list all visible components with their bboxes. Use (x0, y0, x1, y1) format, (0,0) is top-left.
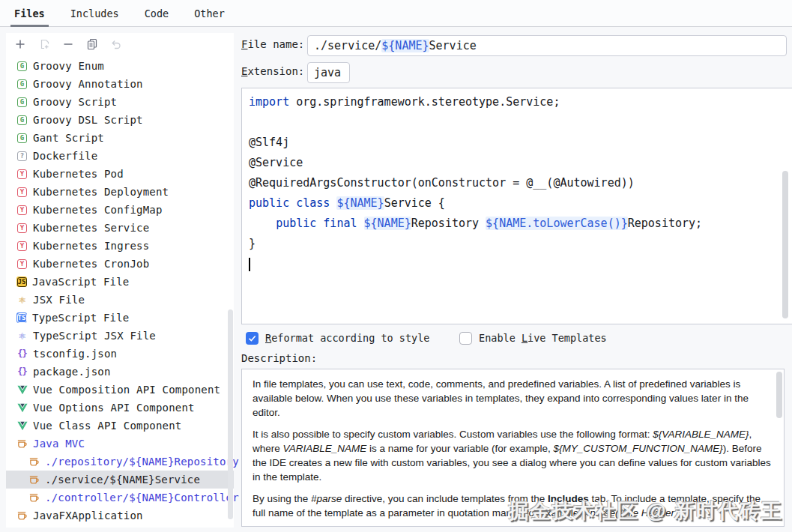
template-code-editor[interactable]: import org.springframework.stereotype.Se… (241, 88, 792, 324)
template-item-groovy-script[interactable]: GGroovy Script (6, 93, 234, 111)
description-panel: In file templates, you can use text, cod… (241, 369, 785, 527)
template-item-vue-class-api-component[interactable]: Vue Class API Component (6, 417, 234, 435)
reformat-according-to-style-checkbox[interactable]: Reformat according to style (246, 330, 429, 345)
template-item-groovy-enum[interactable]: GGroovy Enum (6, 57, 234, 75)
template-item-label: Groovy Script (33, 96, 117, 108)
react-blue-file-icon: ⚛ (16, 330, 28, 342)
template-item-kubernetes-cronjob[interactable]: YKubernetes CronJob (6, 255, 234, 273)
checkbox-label: Reformat according to style (265, 332, 429, 344)
template-item-typescript-jsx-file[interactable]: ⚛TypeScript JSX File (6, 327, 234, 345)
template-item-vue-composition-api-component[interactable]: Vue Composition API Component (6, 381, 234, 399)
template-item-label: Kubernetes CronJob (33, 258, 149, 270)
groovy-file-icon: G (16, 97, 28, 108)
template-item-service-name-service[interactable]: ./service/${NAME}Service (6, 471, 234, 489)
checkbox-unchecked (459, 332, 472, 345)
template-item-label: Vue Composition API Component (33, 384, 220, 396)
template-item-jsx-file[interactable]: ⚛JSX File (6, 291, 234, 309)
template-item-kubernetes-deployment[interactable]: YKubernetes Deployment (6, 183, 234, 201)
template-item-label: ./service/${NAME}Service (45, 474, 200, 486)
template-item-label: tsconfig.json (33, 348, 117, 360)
template-item-groovy-annotation[interactable]: GGroovy Annotation (6, 75, 234, 93)
duplicate-template-button[interactable] (85, 37, 99, 51)
tab-other[interactable]: Other (190, 0, 229, 27)
template-item-typescript-file[interactable]: TSTypeScript File (6, 309, 234, 327)
react-orange-file-icon: ⚛ (16, 294, 28, 306)
template-item-label: Java MVC (33, 438, 85, 450)
template-item-label: Groovy DSL Script (33, 114, 143, 126)
template-item-label: Kubernetes Ingress (33, 240, 149, 252)
editor-line: public class ${NAME}Service { (249, 193, 792, 214)
template-item-label: Kubernetes Service (33, 222, 149, 234)
groovy-file-icon: G (16, 115, 28, 126)
typescript-file-icon: TS (16, 312, 27, 323)
vue-file-icon (16, 384, 28, 396)
description-paragraph: It is also possible to specify custom va… (253, 427, 773, 484)
template-list: GGroovy EnumGGroovy AnnotationGGroovy Sc… (6, 55, 234, 525)
template-item-label: JavaScript File (32, 276, 129, 288)
template-item-package-json[interactable]: {}package.json (6, 363, 234, 381)
template-item-dockerfile[interactable]: ?Dockerfile (6, 147, 234, 165)
description-scrollbar[interactable] (776, 372, 782, 418)
yaml-file-icon: Y (16, 187, 28, 198)
extension-input[interactable]: java (307, 62, 350, 83)
groovy-file-icon: G (16, 133, 28, 144)
java-file-icon (28, 492, 40, 504)
editor-line: @Service (249, 153, 792, 173)
tab-code[interactable]: Code (141, 0, 173, 27)
yaml-file-icon: Y (16, 169, 28, 180)
template-item-label: Kubernetes ConfigMap (33, 204, 163, 216)
java-file-icon (16, 438, 28, 450)
groovy-file-icon: G (16, 79, 28, 90)
template-item-label: Vue Options API Component (33, 402, 195, 414)
editor-line: import org.springframework.stereotype.Se… (249, 92, 792, 112)
template-item-vue-options-api-component[interactable]: Vue Options API Component (6, 399, 234, 417)
tab-files[interactable]: Files (10, 0, 49, 27)
template-list-panel: GGroovy EnumGGroovy AnnotationGGroovy Sc… (6, 33, 234, 528)
enable-live-templates-checkbox[interactable]: Enable Live Templates (459, 330, 607, 345)
template-list-scrollbar[interactable] (228, 309, 233, 519)
template-item-groovy-dsl-script[interactable]: GGroovy DSL Script (6, 111, 234, 129)
template-item-label: Gant Script (33, 132, 104, 144)
groovy-file-icon: G (16, 61, 28, 72)
template-item-kubernetes-service[interactable]: YKubernetes Service (6, 219, 234, 237)
editor-line: @Slf4j (249, 133, 792, 153)
template-item-javafxapplication[interactable]: JavaFXApplication (6, 507, 234, 525)
description-paragraph: By using the #parse directive, you can i… (253, 492, 773, 520)
text-caret (249, 258, 250, 271)
template-item-kubernetes-ingress[interactable]: YKubernetes Ingress (6, 237, 234, 255)
vue-file-icon (16, 420, 28, 432)
template-item-label: TypeScript File (32, 312, 129, 324)
template-list-toolbar (6, 33, 234, 55)
file-name-input[interactable]: ./service/${NAME}Service (307, 35, 787, 56)
template-item-kubernetes-configmap[interactable]: YKubernetes ConfigMap (6, 201, 234, 219)
template-item-label: JavaFXApplication (33, 510, 143, 522)
template-item-label: package.json (33, 366, 111, 378)
editor-scrollbar[interactable] (782, 171, 788, 318)
yaml-file-icon: Y (16, 259, 28, 270)
template-item-repository-name-repository[interactable]: ./repository/${NAME}Repository (6, 453, 234, 471)
revert-button (109, 37, 123, 51)
template-item-label: Vue Class API Component (33, 420, 181, 432)
template-category-tabs: FilesIncludesCodeOther (0, 0, 792, 27)
template-item-tsconfig-json[interactable]: {}tsconfig.json (6, 345, 234, 363)
template-item-javascript-file[interactable]: JSJavaScript File (6, 273, 234, 291)
template-item-kubernetes-pod[interactable]: YKubernetes Pod (6, 165, 234, 183)
checkbox-checked (246, 332, 259, 345)
json-file-icon: {} (16, 348, 28, 360)
add-template-button[interactable] (13, 37, 27, 51)
editor-line (249, 112, 792, 133)
template-item-label: TypeScript JSX File (33, 330, 156, 342)
template-item-java-mvc[interactable]: Java MVC (6, 435, 234, 453)
json-file-icon: {} (16, 366, 28, 378)
template-item-label: Kubernetes Pod (33, 168, 124, 180)
tab-includes[interactable]: Includes (67, 0, 123, 27)
template-item-label: ./controller/${NAME}Controller (45, 492, 239, 504)
template-item-label: JSX File (33, 294, 85, 306)
description-paragraph: In file templates, you can use text, cod… (253, 377, 773, 420)
template-item-gant-script[interactable]: GGant Script (6, 129, 234, 147)
remove-template-button[interactable] (61, 37, 75, 51)
yaml-file-icon: Y (16, 241, 28, 252)
template-item-controller-name-controller[interactable]: ./controller/${NAME}Controller (6, 489, 234, 507)
java-file-icon (28, 474, 40, 486)
template-item-label: ./repository/${NAME}Repository (45, 456, 239, 468)
